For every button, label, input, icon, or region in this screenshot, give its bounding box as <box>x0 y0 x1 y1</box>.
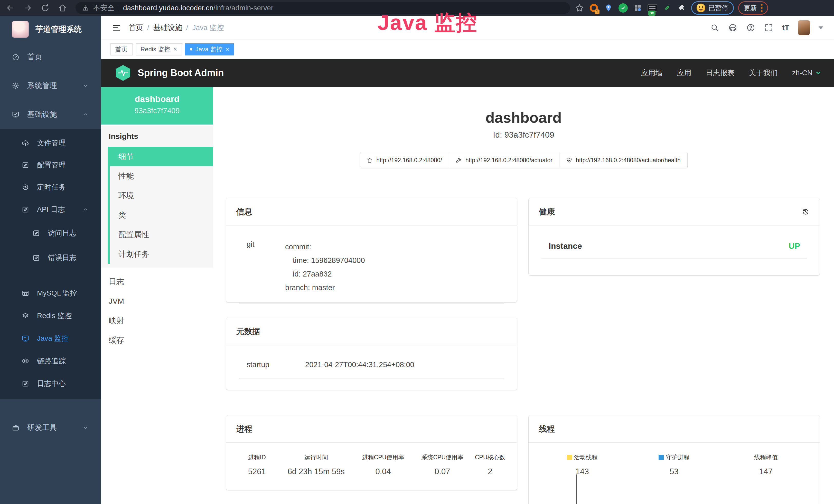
sba-nav-journal[interactable]: 日志报表 <box>706 68 734 78</box>
sidebar-item-scheduled-job[interactable]: 定时任务 <box>0 176 101 198</box>
metadata-card: 元数据 startup 2021-04-27T00:44:31.254+08:0… <box>226 318 517 390</box>
browser-reload-icon[interactable] <box>41 3 50 13</box>
extension-on-icon[interactable]: on <box>647 3 658 13</box>
text-size-icon[interactable]: tT <box>782 23 789 32</box>
sba-menu-metrics[interactable]: 性能 <box>110 166 213 186</box>
extension-leaf-icon[interactable] <box>662 3 672 13</box>
breadcrumb-infra[interactable]: 基础设施 <box>153 23 182 32</box>
briefcase-icon <box>12 424 20 432</box>
app-logo[interactable]: 芋道管理系统 <box>0 16 101 43</box>
extension-pin-icon[interactable] <box>603 3 614 13</box>
sba-menu-jvm[interactable]: JVM <box>101 292 213 311</box>
actuator-url-button[interactable]: http://192.168.0.2:48080/actuator <box>449 152 559 168</box>
cloud-upload-icon <box>22 139 29 147</box>
health-card-title: 健康 <box>539 206 555 217</box>
process-uptime: 6d 23h 15m 59s <box>280 467 352 476</box>
process-col-header: 进程ID <box>234 453 280 461</box>
sidebar-collapse-button[interactable] <box>112 23 122 32</box>
metadata-row-value: 2021-04-27T00:44:31.254+08:00 <box>305 358 414 371</box>
threads-card: 线程 活动线程 守护进程 线程峰值 143 53 147 140 120 100 <box>529 415 820 504</box>
layers-icon <box>22 312 29 320</box>
sidebar-item-error-log[interactable]: 错误日志 <box>0 246 101 270</box>
breadcrumb-home[interactable]: 首页 <box>129 23 143 32</box>
address-bar[interactable]: 不安全 dashboard.yudao.iocoder.cn/infra/adm… <box>75 2 570 14</box>
sba-menu-environment[interactable]: 环境 <box>110 186 213 205</box>
extension-grid-icon[interactable] <box>633 3 643 13</box>
sidebar-item-infra[interactable]: 基础设施 <box>0 100 101 129</box>
sidebar-item-config-manage[interactable]: 配置管理 <box>0 154 101 176</box>
user-menu-caret-icon[interactable] <box>818 26 823 29</box>
profile-paused-badge[interactable]: 已暂停 <box>691 1 734 15</box>
browser-forward-icon[interactable] <box>23 3 32 13</box>
breadcrumb: 首页 / 基础设施 / Java 监控 <box>129 23 224 32</box>
tab-java-monitor[interactable]: Java 监控× <box>185 43 234 55</box>
sidebar-item-home[interactable]: 首页 <box>0 43 101 71</box>
extension-orange-icon[interactable]: 1 <box>589 3 599 13</box>
page-title: dashboard <box>213 109 834 126</box>
sba-menu-caches[interactable]: 缓存 <box>101 330 213 350</box>
sidebar-item-access-log[interactable]: 访问日志 <box>0 221 101 246</box>
heartbeat-icon <box>566 157 572 163</box>
sidebar-item-trace[interactable]: 链路追踪 <box>0 350 101 372</box>
sidebar-item-log-center[interactable]: 日志中心 <box>0 372 101 395</box>
sba-nav-wallboard[interactable]: 应用墙 <box>641 68 663 78</box>
sba-menu-config-props[interactable]: 配置属性 <box>110 225 213 245</box>
edit-square-icon <box>32 229 40 237</box>
threads-live-legend: 活动线程 <box>536 453 628 461</box>
breadcrumb-current: Java 监控 <box>192 23 224 32</box>
sidebar-item-java-monitor[interactable]: Java 监控 <box>0 327 101 350</box>
browser-menu-icon[interactable] <box>761 4 763 12</box>
sidebar-item-system[interactable]: 系统管理 <box>0 71 101 100</box>
bookmark-star-icon[interactable] <box>575 3 584 13</box>
annotation-java-monitor: Java 监控 <box>378 9 478 37</box>
close-icon[interactable]: × <box>225 46 229 53</box>
y-axis-line <box>576 475 577 504</box>
threads-daemon-legend: 守护进程 <box>628 453 720 461</box>
chrome-update-button[interactable]: 更新 <box>738 1 768 15</box>
active-tab-dot <box>190 48 192 51</box>
sba-brand-title[interactable]: Spring Boot Admin <box>138 68 224 78</box>
sidebar-item-api-log[interactable]: API 日志 <box>0 198 101 221</box>
close-icon[interactable]: × <box>173 46 177 53</box>
sba-nav-about[interactable]: 关于我们 <box>749 68 778 78</box>
sba-language-select[interactable]: zh-CN <box>792 69 822 77</box>
service-url-button[interactable]: http://192.168.0.2:48080/ <box>359 152 449 168</box>
sba-menu-details[interactable]: 细节 <box>110 147 213 166</box>
fullscreen-icon[interactable] <box>764 23 773 32</box>
tab-redis-monitor[interactable]: Redis 监控× <box>136 43 182 55</box>
help-icon[interactable] <box>746 23 755 32</box>
spring-boot-admin-logo[interactable] <box>115 65 131 82</box>
sba-menu-mappings[interactable]: 映射 <box>101 311 213 330</box>
sidebar-item-dev-tools[interactable]: 研发工具 <box>0 413 101 442</box>
threads-area-chart: 140 120 100 <box>529 473 820 504</box>
metadata-row-key: startup <box>247 361 305 369</box>
sba-menu-logs[interactable]: 日志 <box>101 272 213 292</box>
history-icon[interactable] <box>802 208 809 216</box>
sba-nav-applications[interactable]: 应用 <box>677 68 692 78</box>
health-url-button[interactable]: http://192.168.0.2:48080/actuator/health <box>559 152 687 168</box>
edit-square-icon <box>22 206 29 213</box>
edit-square-icon <box>22 380 29 387</box>
browser-back-icon[interactable] <box>6 3 15 13</box>
tab-home[interactable]: 首页 <box>110 43 133 55</box>
sba-navbar: Spring Boot Admin 应用墙 应用 日志报表 关于我们 zh-CN <box>101 59 834 87</box>
gear-icon <box>12 82 20 90</box>
process-pid: 5261 <box>234 467 280 476</box>
process-col-header: 系统CPU使用率 <box>414 453 471 461</box>
search-icon[interactable] <box>710 23 720 32</box>
app-title: 芋道管理系统 <box>36 24 82 35</box>
sidebar-item-redis-monitor[interactable]: Redis 监控 <box>0 304 101 327</box>
extensions-puzzle-icon[interactable] <box>677 3 687 13</box>
browser-home-icon[interactable] <box>58 3 67 13</box>
sidebar-item-file-manage[interactable]: 文件管理 <box>0 132 101 154</box>
user-avatar[interactable] <box>798 20 810 35</box>
threads-stats: 活动线程 守护进程 线程峰值 143 53 147 <box>529 443 820 476</box>
sba-menu-scheduled-tasks[interactable]: 计划任务 <box>110 245 213 264</box>
sba-menu-classes[interactable]: 类 <box>110 205 213 225</box>
github-icon[interactable] <box>728 23 738 32</box>
insights-section-label: Insights <box>101 126 213 147</box>
extension-check-icon[interactable] <box>618 3 628 13</box>
sidebar-item-mysql-monitor[interactable]: MySQL 监控 <box>0 282 101 304</box>
blue-swatch-icon <box>659 455 664 460</box>
metadata-card-title: 元数据 <box>226 318 517 345</box>
